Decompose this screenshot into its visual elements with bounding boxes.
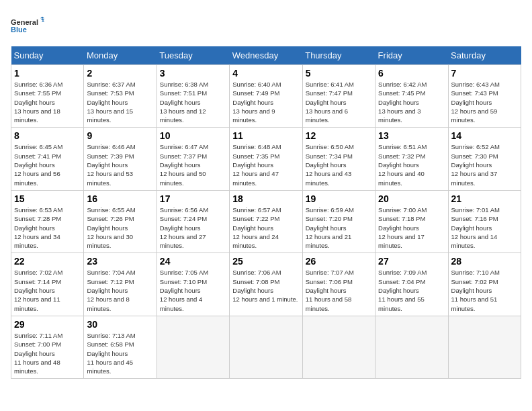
day-number: 6	[378, 68, 445, 79]
calendar-cell: 20 Sunrise: 7:00 AM Sunset: 7:18 PM Dayl…	[375, 190, 448, 253]
day-info: Sunrise: 6:38 AM Sunset: 7:51 PM Dayligh…	[160, 80, 226, 124]
day-number: 15	[14, 193, 81, 204]
day-number: 27	[378, 256, 445, 267]
day-info: Sunrise: 6:59 AM Sunset: 7:20 PM Dayligh…	[306, 205, 372, 250]
calendar-cell: 27 Sunrise: 7:09 AM Sunset: 7:04 PM Dayl…	[375, 253, 448, 316]
day-number: 12	[306, 130, 372, 141]
day-number: 4	[232, 68, 299, 79]
day-info: Sunrise: 6:47 AM Sunset: 7:37 PM Dayligh…	[160, 142, 226, 187]
calendar-cell: 6 Sunrise: 6:42 AM Sunset: 7:45 PM Dayli…	[375, 65, 448, 128]
svg-text:General: General	[11, 18, 38, 26]
day-number: 16	[87, 193, 153, 204]
day-info: Sunrise: 6:52 AM Sunset: 7:30 PM Dayligh…	[451, 142, 518, 187]
weekday-header: Thursday	[302, 46, 375, 65]
calendar-cell: 2 Sunrise: 6:37 AM Sunset: 7:53 PM Dayli…	[84, 65, 157, 128]
logo: General Blue	[11, 11, 44, 41]
day-info: Sunrise: 7:10 AM Sunset: 7:02 PM Dayligh…	[451, 268, 518, 312]
day-info: Sunrise: 7:11 AM Sunset: 7:00 PM Dayligh…	[14, 331, 81, 375]
day-number: 21	[451, 193, 518, 204]
svg-marker-3	[41, 18, 44, 20]
calendar-cell: 23 Sunrise: 7:04 AM Sunset: 7:12 PM Dayl…	[84, 253, 157, 316]
day-info: Sunrise: 6:55 AM Sunset: 7:26 PM Dayligh…	[87, 205, 153, 250]
calendar-cell: 18 Sunrise: 6:57 AM Sunset: 7:22 PM Dayl…	[230, 190, 302, 253]
calendar-cell: 25 Sunrise: 7:06 AM Sunset: 7:08 PM Dayl…	[230, 253, 302, 316]
calendar-week-row: 22 Sunrise: 7:02 AM Sunset: 7:14 PM Dayl…	[11, 253, 521, 316]
calendar-cell: 14 Sunrise: 6:52 AM Sunset: 7:30 PM Dayl…	[448, 128, 521, 190]
logo-svg: General Blue	[11, 11, 44, 41]
day-info: Sunrise: 7:02 AM Sunset: 7:14 PM Dayligh…	[14, 268, 81, 312]
day-number: 29	[14, 319, 81, 330]
calendar-week-row: 8 Sunrise: 6:45 AM Sunset: 7:41 PM Dayli…	[11, 128, 521, 190]
calendar-cell: 12 Sunrise: 6:50 AM Sunset: 7:34 PM Dayl…	[302, 128, 375, 190]
day-number: 19	[306, 193, 372, 204]
weekday-header: Friday	[375, 46, 448, 65]
svg-marker-4	[42, 20, 44, 22]
day-number: 8	[14, 130, 81, 141]
calendar-cell: 4 Sunrise: 6:40 AM Sunset: 7:49 PM Dayli…	[230, 65, 302, 128]
calendar-cell: 24 Sunrise: 7:05 AM Sunset: 7:10 PM Dayl…	[157, 253, 229, 316]
calendar-week-row: 29 Sunrise: 7:11 AM Sunset: 7:00 PM Dayl…	[11, 316, 521, 378]
calendar-cell: 15 Sunrise: 6:53 AM Sunset: 7:28 PM Dayl…	[11, 190, 84, 253]
calendar-cell	[302, 316, 375, 378]
day-number: 25	[232, 256, 299, 267]
calendar-cell: 1 Sunrise: 6:36 AM Sunset: 7:55 PM Dayli…	[11, 65, 84, 128]
calendar-table: SundayMondayTuesdayWednesdayThursdayFrid…	[11, 46, 521, 379]
page-header: General Blue	[11, 11, 521, 41]
day-info: Sunrise: 7:06 AM Sunset: 7:08 PM Dayligh…	[232, 268, 299, 304]
calendar-cell: 8 Sunrise: 6:45 AM Sunset: 7:41 PM Dayli…	[11, 128, 84, 190]
calendar-cell: 22 Sunrise: 7:02 AM Sunset: 7:14 PM Dayl…	[11, 253, 84, 316]
day-number: 13	[378, 130, 445, 141]
calendar-cell	[157, 316, 229, 378]
day-number: 23	[87, 256, 153, 267]
day-info: Sunrise: 6:41 AM Sunset: 7:47 PM Dayligh…	[306, 80, 372, 124]
day-info: Sunrise: 7:07 AM Sunset: 7:06 PM Dayligh…	[306, 268, 372, 312]
weekday-header: Monday	[84, 46, 157, 65]
day-number: 3	[160, 68, 226, 79]
day-number: 26	[306, 256, 372, 267]
day-number: 20	[378, 193, 445, 204]
calendar-week-row: 15 Sunrise: 6:53 AM Sunset: 7:28 PM Dayl…	[11, 190, 521, 253]
calendar-cell: 9 Sunrise: 6:46 AM Sunset: 7:39 PM Dayli…	[84, 128, 157, 190]
day-number: 7	[451, 68, 518, 79]
day-info: Sunrise: 6:56 AM Sunset: 7:24 PM Dayligh…	[160, 205, 226, 250]
calendar-cell: 13 Sunrise: 6:51 AM Sunset: 7:32 PM Dayl…	[375, 128, 448, 190]
calendar-cell: 17 Sunrise: 6:56 AM Sunset: 7:24 PM Dayl…	[157, 190, 229, 253]
calendar-cell: 28 Sunrise: 7:10 AM Sunset: 7:02 PM Dayl…	[448, 253, 521, 316]
weekday-header: Saturday	[448, 46, 521, 65]
day-number: 2	[87, 68, 153, 79]
day-number: 18	[232, 193, 299, 204]
day-number: 28	[451, 256, 518, 267]
calendar-cell: 26 Sunrise: 7:07 AM Sunset: 7:06 PM Dayl…	[302, 253, 375, 316]
day-info: Sunrise: 6:48 AM Sunset: 7:35 PM Dayligh…	[232, 142, 299, 187]
calendar-cell: 30 Sunrise: 7:13 AM Sunset: 6:58 PM Dayl…	[84, 316, 157, 378]
day-number: 17	[160, 193, 226, 204]
calendar-cell: 21 Sunrise: 7:01 AM Sunset: 7:16 PM Dayl…	[448, 190, 521, 253]
day-info: Sunrise: 6:57 AM Sunset: 7:22 PM Dayligh…	[232, 205, 299, 250]
day-number: 24	[160, 256, 226, 267]
day-number: 9	[87, 130, 153, 141]
day-info: Sunrise: 6:36 AM Sunset: 7:55 PM Dayligh…	[14, 80, 81, 124]
day-number: 22	[14, 256, 81, 267]
svg-marker-2	[40, 17, 44, 19]
svg-text:Blue: Blue	[11, 26, 27, 34]
day-number: 10	[160, 130, 226, 141]
calendar-cell: 7 Sunrise: 6:43 AM Sunset: 7:43 PM Dayli…	[448, 65, 521, 128]
day-number: 11	[232, 130, 299, 141]
day-info: Sunrise: 6:45 AM Sunset: 7:41 PM Dayligh…	[14, 142, 81, 187]
day-info: Sunrise: 6:53 AM Sunset: 7:28 PM Dayligh…	[14, 205, 81, 250]
calendar-cell: 11 Sunrise: 6:48 AM Sunset: 7:35 PM Dayl…	[230, 128, 302, 190]
calendar-cell	[230, 316, 302, 378]
day-info: Sunrise: 6:51 AM Sunset: 7:32 PM Dayligh…	[378, 142, 445, 187]
day-info: Sunrise: 6:40 AM Sunset: 7:49 PM Dayligh…	[232, 80, 299, 124]
day-info: Sunrise: 7:00 AM Sunset: 7:18 PM Dayligh…	[378, 205, 445, 250]
calendar-cell: 5 Sunrise: 6:41 AM Sunset: 7:47 PM Dayli…	[302, 65, 375, 128]
day-info: Sunrise: 7:01 AM Sunset: 7:16 PM Dayligh…	[451, 205, 518, 250]
weekday-header-row: SundayMondayTuesdayWednesdayThursdayFrid…	[11, 46, 521, 65]
calendar-cell: 19 Sunrise: 6:59 AM Sunset: 7:20 PM Dayl…	[302, 190, 375, 253]
calendar-cell: 29 Sunrise: 7:11 AM Sunset: 7:00 PM Dayl…	[11, 316, 84, 378]
calendar-cell: 3 Sunrise: 6:38 AM Sunset: 7:51 PM Dayli…	[157, 65, 229, 128]
weekday-header: Wednesday	[230, 46, 302, 65]
day-number: 30	[87, 319, 153, 330]
day-info: Sunrise: 6:43 AM Sunset: 7:43 PM Dayligh…	[451, 80, 518, 124]
calendar-week-row: 1 Sunrise: 6:36 AM Sunset: 7:55 PM Dayli…	[11, 65, 521, 128]
